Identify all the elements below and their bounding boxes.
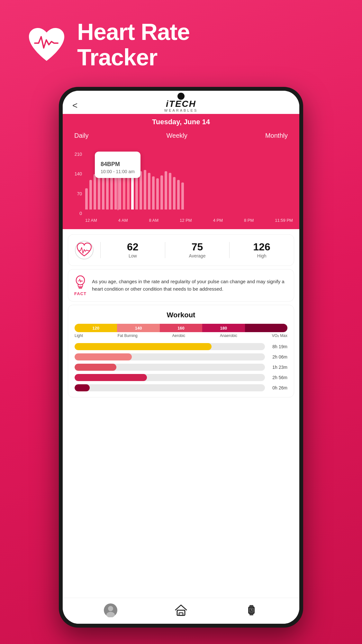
- activity-bar-fill-4: [75, 384, 90, 391]
- tab-daily[interactable]: Daily: [69, 130, 94, 141]
- chart-bar-17: [156, 178, 159, 210]
- activity-row-2: 1h 23m: [75, 364, 287, 371]
- x-label: 12 PM: [180, 218, 192, 223]
- brand-itech-text: iTECH: [164, 99, 198, 109]
- stat-avg-label: Average: [172, 253, 223, 258]
- tooltip-bpm-value: 84BPM: [101, 155, 135, 169]
- stat-avg: 75 Average: [172, 242, 223, 258]
- app-title: Heart Rate Tracker: [77, 19, 190, 70]
- chart-bar-14: [144, 170, 146, 210]
- chart-bar-23: [181, 182, 184, 210]
- tab-weekly[interactable]: Weekly: [161, 130, 193, 141]
- tab-bar: Daily Weekly Monthly: [63, 130, 299, 145]
- phone-frame: < iTECH WEARABLES Tuesday, June 14 Daily…: [59, 87, 303, 628]
- x-label: 4 AM: [118, 218, 128, 223]
- x-label: 8 AM: [149, 218, 158, 223]
- nav-profile[interactable]: [104, 603, 118, 617]
- profile-icon: [104, 603, 118, 617]
- x-label: 4 PM: [213, 218, 223, 223]
- x-label: 8 PM: [244, 218, 254, 223]
- zone-seg-aerobic: 160: [160, 324, 202, 332]
- chart-bar-0: [85, 188, 88, 210]
- zone-label-anaerobic: Anaerobic: [220, 333, 237, 338]
- y-label-70: 70: [72, 191, 82, 196]
- stat-low-value: 62: [107, 242, 158, 252]
- stat-low: 62 Low: [107, 242, 158, 258]
- svg-rect-8: [179, 613, 183, 615]
- stat-divider-2: [165, 242, 165, 258]
- zone-seg-vo2: [245, 324, 287, 332]
- date-bar: Tuesday, June 14: [63, 114, 299, 130]
- chart-bar-8: [119, 174, 121, 210]
- stat-divider-1: [100, 242, 101, 258]
- chart-bar-21: [173, 177, 176, 210]
- activity-row-4: 0h 26m: [75, 384, 287, 391]
- x-label: 12 AM: [85, 218, 97, 223]
- zone-bar-track: 120 140 160 180: [75, 324, 287, 332]
- stat-high: 126 High: [236, 242, 287, 258]
- activity-bar-fill-2: [75, 364, 116, 371]
- app-header-section: Heart Rate Tracker: [0, 0, 362, 83]
- app-logo-icon: [26, 25, 68, 64]
- activity-bar-bg-2: [75, 364, 265, 371]
- zone-label-light: Light: [75, 333, 83, 338]
- nav-watch[interactable]: [244, 603, 258, 617]
- y-label-0: 0: [72, 211, 82, 216]
- activity-row-3: 2h 56m: [75, 374, 287, 381]
- chart-tooltip: 84BPM 10:00 - 11:00 am: [95, 152, 140, 178]
- workout-title: Workout: [75, 311, 287, 319]
- chart-bar-16: [152, 176, 155, 210]
- activity-time-3: 2h 56m: [268, 375, 287, 380]
- fact-card: FACT As you age, changes in the rate and…: [68, 269, 294, 302]
- screen-content: 62 Low 75 Average 126 High: [63, 229, 299, 624]
- zone-label-aerobic: Aerobic: [172, 333, 185, 338]
- activity-bar-fill-0: [75, 343, 212, 350]
- svg-rect-11: [249, 613, 253, 615]
- zone-labels: Light Fat Burning Aerobic Anaerobic VO₂ …: [75, 333, 287, 338]
- stat-divider-3: [229, 242, 230, 258]
- activity-bar-fill-3: [75, 374, 147, 381]
- tab-monthly[interactable]: Monthly: [260, 130, 293, 141]
- heart-monitor-icon: [75, 240, 94, 260]
- zone-label-fat: Fat Burning: [118, 333, 138, 338]
- y-label-210: 210: [72, 152, 82, 157]
- activity-time-2: 1h 23m: [268, 365, 287, 370]
- chart-bar-1: [89, 180, 92, 210]
- bottom-nav: [63, 598, 299, 624]
- chart-bar-13: [140, 171, 142, 210]
- stat-low-label: Low: [107, 253, 158, 258]
- activity-bar-bg-0: [75, 343, 265, 350]
- svg-rect-10: [249, 605, 253, 607]
- tooltip-line: [118, 178, 118, 210]
- watch-icon: [244, 603, 258, 617]
- activity-bar-bg-1: [75, 353, 265, 360]
- activity-bars: 8h 19m 2h 06m 1h 23m 2h 56m 0h 26m: [75, 343, 287, 391]
- fact-icon-wrap: FACT: [74, 275, 87, 296]
- stat-avg-value: 75: [172, 242, 223, 252]
- phone-notch: [177, 93, 185, 100]
- back-button[interactable]: <: [72, 100, 77, 111]
- lightbulb-icon: [74, 275, 87, 290]
- stat-high-value: 126: [236, 242, 287, 252]
- fact-label: FACT: [74, 291, 86, 296]
- chart-bar-4: [102, 175, 104, 210]
- home-icon: [174, 603, 188, 617]
- workout-card: Workout 120 140 160 180 Light Fat Burnin…: [68, 305, 294, 397]
- activity-time-1: 2h 06m: [268, 354, 287, 359]
- heart-rate-chart: 84BPM 10:00 - 11:00 am 0 70 140 210 1: [63, 145, 299, 229]
- chart-bar-19: [165, 171, 167, 210]
- zone-bar: 120 140 160 180 Light Fat Burning Aerobi…: [75, 324, 287, 338]
- chart-bar-20: [169, 173, 171, 210]
- activity-time-0: 8h 19m: [268, 344, 287, 349]
- chart-bar-18: [160, 175, 163, 210]
- stat-high-label: High: [236, 253, 287, 258]
- svg-point-1: [76, 276, 85, 285]
- nav-home[interactable]: [174, 603, 188, 617]
- y-label-140: 140: [72, 171, 82, 176]
- tooltip-time: 10:00 - 11:00 am: [101, 169, 135, 174]
- activity-row-0: 8h 19m: [75, 343, 287, 350]
- fact-text: As you age, changes in the rate and regu…: [92, 278, 288, 293]
- activity-bar-bg-3: [75, 374, 265, 381]
- chart-bar-15: [148, 173, 150, 210]
- zone-seg-anaerobic: 180: [202, 324, 245, 332]
